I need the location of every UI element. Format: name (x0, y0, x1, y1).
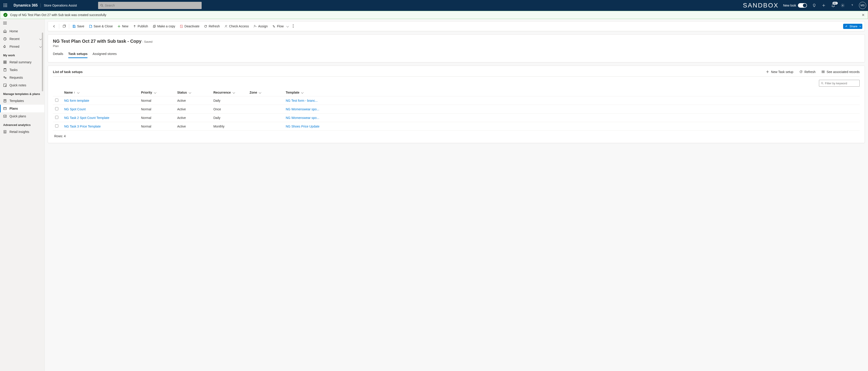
settings-gear-icon[interactable] (839, 1, 847, 9)
template-icon (3, 99, 7, 103)
sidebar-item-plans[interactable]: Plans (0, 105, 44, 112)
search-input[interactable] (105, 4, 199, 7)
brand-name[interactable]: Dynamics 365 (11, 3, 41, 7)
back-button[interactable] (50, 23, 58, 30)
svg-rect-5 (6, 5, 7, 6)
chevron-down-icon[interactable] (39, 37, 41, 41)
toggle-switch-icon[interactable] (798, 3, 807, 8)
help-icon[interactable] (848, 1, 856, 9)
row-checkbox[interactable] (55, 107, 58, 110)
row-template-link[interactable]: NG Womenswear spo... (286, 116, 319, 120)
note-icon (3, 84, 7, 87)
table-row[interactable]: NG Spot CountNormalActiveOnceNG Womenswe… (53, 105, 860, 114)
sidebar-item-quick-notes[interactable]: Quick notes (0, 82, 44, 89)
open-new-window-button[interactable] (60, 23, 68, 30)
chevron-down-icon[interactable] (154, 92, 156, 94)
tab-task-setups[interactable]: Task setups (68, 52, 88, 58)
publish-button[interactable]: Publish (131, 23, 150, 30)
tab-assigned-stores[interactable]: Assigned stores (92, 52, 117, 58)
left-sidebar: Home Recent Pinned My work Retail summar… (0, 19, 44, 371)
col-zone[interactable]: Zone (247, 89, 283, 96)
list-action-label: Refresh (804, 70, 815, 74)
new-look-toggle[interactable]: New look (783, 3, 807, 8)
col-priority[interactable]: Priority (139, 89, 175, 96)
flow-button[interactable]: Flow (270, 23, 290, 30)
app-name[interactable]: Store Operations Assist (41, 4, 80, 7)
refresh-button[interactable]: Refresh (202, 23, 222, 30)
sidebar-item-retail-insights[interactable]: Retail insights (0, 128, 44, 136)
col-template[interactable]: Template (283, 89, 860, 96)
sidebar-item-requests[interactable]: Requests (0, 74, 44, 82)
check-access-button[interactable]: Check Access (222, 23, 251, 30)
sidebar-item-home[interactable]: Home (0, 27, 44, 35)
tab-details[interactable]: Details (53, 52, 63, 58)
col-name[interactable]: Name ↑ (62, 89, 139, 96)
new-button[interactable]: New (115, 23, 131, 30)
chevron-down-icon[interactable] (189, 92, 191, 94)
chevron-down-icon[interactable] (77, 92, 79, 94)
list-refresh-button[interactable]: Refresh (799, 70, 815, 74)
row-template-link[interactable]: NG Womenswear spo... (286, 107, 319, 111)
table-row[interactable]: NG form templateNormalActiveDailyNG Test… (53, 96, 860, 105)
row-name-link[interactable]: NG Task 3 Price Template (64, 125, 101, 128)
row-name-link[interactable]: NG Spot Count (64, 107, 86, 111)
sidebar-item-label: Pinned (9, 45, 20, 49)
save-close-button[interactable]: Save & Close (87, 23, 115, 30)
plus-icon[interactable] (819, 1, 828, 9)
chevron-down-icon[interactable] (39, 45, 41, 49)
svg-rect-19 (5, 61, 6, 62)
user-avatar[interactable]: MS (859, 2, 866, 9)
dashboard-icon (3, 60, 7, 64)
sidebar-item-recent[interactable]: Recent (0, 35, 44, 43)
pin-icon (3, 45, 7, 49)
clipboard-icon (3, 68, 7, 72)
lightbulb-icon[interactable] (810, 1, 818, 9)
svg-rect-0 (4, 4, 4, 4)
sidebar-item-tasks[interactable]: Tasks (0, 66, 44, 74)
sidebar-item-label: Recent (9, 37, 20, 41)
chevron-down-icon[interactable] (301, 92, 303, 94)
global-search[interactable] (98, 2, 202, 9)
new-task-setup-button[interactable]: New Task setup (766, 70, 794, 74)
app-launcher-icon[interactable] (2, 2, 9, 9)
col-status[interactable]: Status (175, 89, 211, 96)
row-template-link[interactable]: NG Shoes Price Update (286, 125, 319, 128)
overflow-menu-icon[interactable] (290, 24, 296, 29)
chevron-down-icon[interactable] (259, 92, 260, 94)
deactivate-button[interactable]: Deactivate (178, 23, 202, 30)
filter-keyword-box[interactable] (819, 80, 860, 87)
assign-button[interactable]: Assign (251, 23, 270, 30)
hamburger-icon[interactable] (0, 21, 44, 27)
see-associated-button[interactable]: See associated records (822, 70, 860, 74)
row-checkbox[interactable] (55, 99, 58, 102)
sidebar-item-retail-summary[interactable]: Retail summary (0, 58, 44, 66)
table-row[interactable]: NG Task 3 Price TemplateNormalActiveMont… (53, 122, 860, 131)
sidebar-item-quick-plans[interactable]: Quick plans (0, 112, 44, 120)
svg-point-23 (4, 76, 5, 78)
row-status: Active (175, 114, 211, 122)
col-recurrence[interactable]: Recurrence (211, 89, 247, 96)
svg-point-47 (293, 27, 293, 28)
table-row[interactable]: NG Task 2 Spot Count TemplateNormalActiv… (53, 114, 860, 122)
row-name-link[interactable]: NG form template (64, 99, 89, 102)
row-checkbox[interactable] (55, 124, 58, 127)
row-zone (247, 96, 283, 105)
notification-bell-icon[interactable]: 99+ (829, 1, 837, 9)
make-copy-button[interactable]: Make a copy (150, 23, 178, 30)
svg-rect-53 (823, 72, 825, 73)
row-priority: Normal (139, 114, 175, 122)
cmd-label: Make a copy (157, 24, 175, 28)
row-template-link[interactable]: NG Test form - branc... (286, 99, 318, 102)
share-button[interactable]: Share (843, 24, 862, 29)
cmd-label: Flow (277, 24, 284, 28)
sidebar-item-templates[interactable]: Templates (0, 97, 44, 105)
row-checkbox[interactable] (55, 116, 58, 119)
filter-input[interactable] (825, 82, 858, 85)
row-name-link[interactable]: NG Task 2 Spot Count Template (64, 116, 109, 120)
chevron-down-icon[interactable] (232, 92, 235, 94)
cmd-label: New (122, 24, 128, 28)
sidebar-item-pinned[interactable]: Pinned (0, 43, 44, 51)
cmd-label: Share (849, 25, 857, 28)
close-notification-icon[interactable]: ✕ (862, 13, 865, 17)
save-button[interactable]: Save (70, 23, 87, 30)
